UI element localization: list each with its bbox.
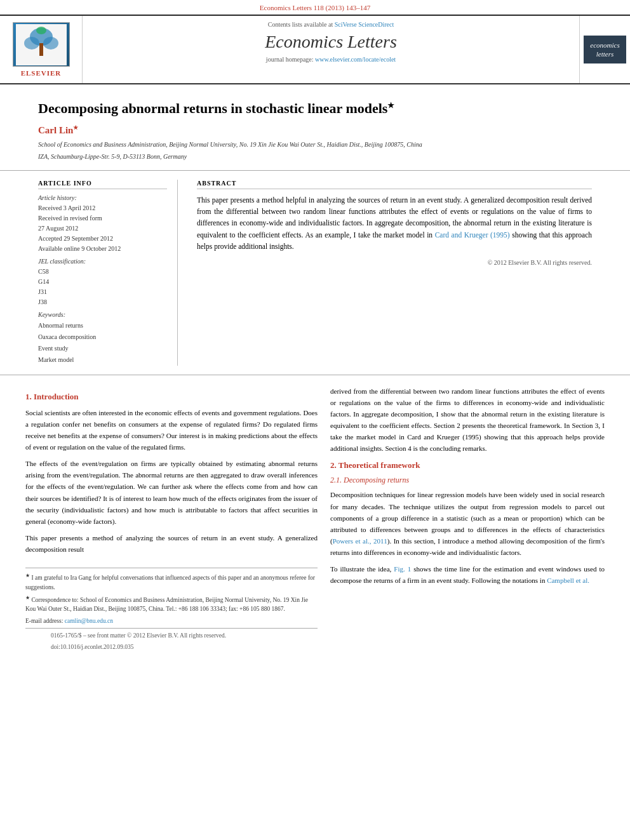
elsevier-tree-icon	[16, 24, 67, 65]
keywords-list: Abnormal returns Oaxaca decomposition Ev…	[38, 320, 167, 366]
affiliation1: School of Economics and Business Adminis…	[38, 140, 592, 149]
keywords-label: Keywords:	[38, 311, 167, 318]
svg-point-2	[24, 37, 39, 50]
fig1-link[interactable]: Fig. 1	[394, 565, 411, 573]
journal-citation-text: Economics Letters 118 (2013) 143–147	[260, 4, 370, 11]
section1-para1: Social scientists are often interested i…	[25, 407, 318, 453]
author-name: Carl Lin★	[38, 124, 592, 136]
affiliation2: IZA, Schaumburg-Lippe-Str. 5-9, D-53113 …	[38, 152, 592, 161]
keyword1: Abnormal returns	[38, 320, 167, 331]
elsevier-logo-image	[13, 22, 70, 67]
footnote1: ★ I am grateful to Ira Gang for helpful …	[25, 572, 318, 592]
section1-para3-text: This paper presents a method of analyzin…	[25, 534, 318, 553]
affiliation1-text: School of Economics and Business Adminis…	[38, 141, 422, 148]
journal-badge-section: economics letters	[579, 16, 630, 83]
article-title-text: Decomposing abnormal returns in stochast…	[38, 100, 387, 116]
right-column: derived from the differential between tw…	[330, 385, 605, 651]
article-title: Decomposing abnormal returns in stochast…	[38, 100, 592, 118]
badge-line1: economics	[590, 41, 619, 49]
footnote-email-label: E-mail address:	[25, 618, 63, 624]
footnote-email-link[interactable]: camlin@bnu.edu.cn	[65, 618, 113, 624]
abstract-heading: ABSTRACT	[197, 180, 592, 189]
footnote2: ★ Correspondence to: School of Economics…	[25, 594, 318, 614]
section1-para3: This paper presents a method of analyzin…	[25, 532, 318, 555]
keyword3: Event study	[38, 343, 167, 354]
footnote2-symbol: ★	[25, 595, 30, 601]
abstract-reference-link[interactable]: Card and Krueger (1995)	[435, 231, 510, 239]
powers-reference-link[interactable]: Powers et al., 2011	[333, 537, 387, 545]
issn-text: 0165-1765/$ – see front matter © 2012 El…	[51, 632, 226, 639]
journal-header: ELSEVIER Contents lists available at Sci…	[0, 15, 630, 84]
homepage-prefix: journal homepage:	[266, 56, 314, 63]
section2-para2: To illustrate the idea, Fig. 1 shows the…	[330, 563, 605, 586]
article-title-footnote: ★	[387, 101, 394, 110]
journal-info-center: Contents lists available at SciVerse Sci…	[83, 16, 579, 83]
history-label: Article history:	[38, 194, 167, 201]
journal-name: Economics Letters	[95, 32, 566, 52]
section1-heading: 1. Introduction	[25, 392, 318, 402]
svg-point-3	[43, 37, 58, 50]
jel-codes: C58G14J31J38	[38, 267, 167, 307]
footnote-divider: ★ I am grateful to Ira Gang for helpful …	[25, 568, 318, 625]
article-info-abstract-section: ARTICLE INFO Article history: Received 3…	[0, 171, 630, 375]
received-date: Received 3 April 2012	[38, 203, 167, 213]
article-title-section: Decomposing abnormal returns in stochast…	[0, 84, 630, 171]
sciverse-line: Contents lists available at SciVerse Sci…	[95, 21, 566, 28]
elsevier-brand-text: ELSEVIER	[21, 69, 62, 77]
abstract-text: This paper presents a method helpful in …	[197, 194, 592, 253]
bottom-bar: 0165-1765/$ – see front matter © 2012 El…	[25, 628, 318, 643]
section2-para1: Decomposition techniques for linear regr…	[330, 489, 605, 558]
doi-link[interactable]: doi:10.1016/j.econlet.2012.09.035	[51, 644, 134, 650]
accepted-date: Accepted 29 September 2012	[38, 234, 167, 244]
homepage-link[interactable]: www.elsevier.com/locate/ecolet	[315, 56, 396, 63]
jel-label: JEL classification:	[38, 258, 167, 265]
svg-rect-4	[39, 43, 43, 56]
article-info: ARTICLE INFO Article history: Received 3…	[38, 180, 178, 366]
footnote2-text: Correspondence to: School of Economics a…	[25, 597, 308, 612]
revised-date: Received in revised form27 August 2012	[38, 213, 167, 234]
keyword2: Oaxaca decomposition	[38, 331, 167, 343]
footnote-email: E-mail address: camlin@bnu.edu.cn	[25, 617, 318, 625]
section1-right-para1: derived from the differential between tw…	[330, 385, 605, 455]
section2-heading: 2. Theoretical framework	[330, 460, 605, 470]
footnote1-text: I am grateful to Ira Gang for helpful co…	[25, 575, 315, 590]
copyright-text: © 2012 Elsevier B.V. All rights reserved…	[197, 259, 592, 266]
badge-title: economics letters	[587, 41, 622, 59]
journal-badge: economics letters	[584, 36, 626, 64]
section2-subheading: 2.1. Decomposing returns	[330, 476, 605, 485]
affiliation2-text: IZA, Schaumburg-Lippe-Str. 5-9, D-53113 …	[38, 153, 187, 160]
section1-para2: The effects of the event/regulation on f…	[25, 458, 318, 527]
article-info-heading: ARTICLE INFO	[38, 180, 167, 189]
available-date: Available online 9 October 2012	[38, 244, 167, 254]
journal-citation: Economics Letters 118 (2013) 143–147	[0, 0, 630, 15]
sciverse-prefix: Contents lists available at	[268, 21, 333, 28]
elsevier-logo: ELSEVIER	[13, 22, 70, 77]
author-name-text: Carl Lin	[38, 125, 73, 135]
elsevier-logo-section: ELSEVIER	[0, 16, 83, 83]
abstract-section: ABSTRACT This paper presents a method he…	[191, 180, 592, 366]
badge-line2: letters	[596, 50, 614, 58]
journal-homepage-line: journal homepage: www.elsevier.com/locat…	[95, 56, 566, 63]
keyword4: Market model	[38, 354, 167, 366]
left-column: 1. Introduction Social scientists are of…	[25, 385, 318, 651]
author-footnote: ★	[73, 124, 78, 131]
main-body: 1. Introduction Social scientists are of…	[0, 375, 630, 662]
svg-point-5	[36, 27, 46, 34]
campbell-reference-link[interactable]: Campbell et al.	[547, 577, 589, 584]
sciverse-link[interactable]: SciVerse ScienceDirect	[335, 21, 394, 28]
footnote1-symbol: ★	[25, 573, 30, 578]
